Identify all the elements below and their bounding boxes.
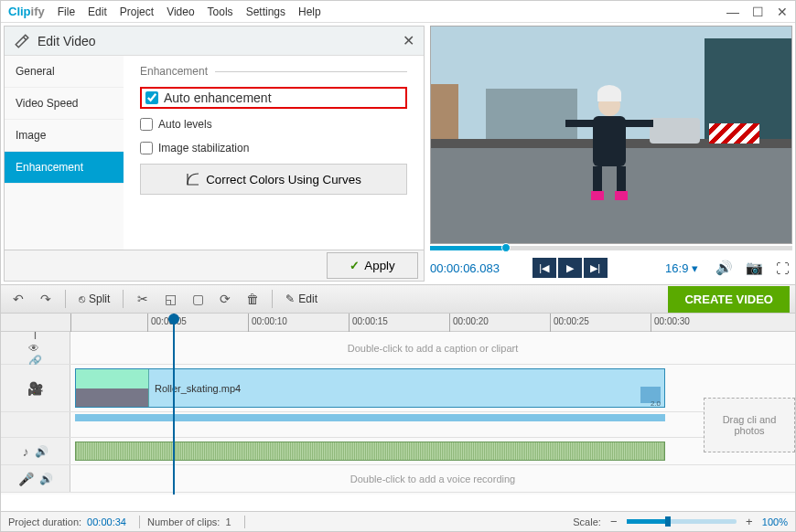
auto-levels-label: Auto levels (158, 118, 212, 131)
auto-enhancement-checkbox[interactable] (145, 91, 158, 104)
section-label: Enhancement (140, 65, 208, 78)
prev-frame-button[interactable]: |◀ (532, 258, 556, 278)
music-icon: ♪ (23, 444, 29, 459)
redo-button[interactable]: ↷ (34, 288, 58, 310)
auto-enhancement-label: Auto enhancement (164, 90, 272, 105)
mic-icon: 🎤 (18, 472, 34, 486)
clip-thumbnail (76, 369, 149, 407)
image-stabilization-label: Image stabilization (158, 142, 249, 154)
pencil-icon: ✎ (285, 293, 295, 305)
rotate-button[interactable]: ⟳ (213, 288, 237, 310)
audio-mute-icon[interactable]: 🔊 (35, 445, 48, 458)
tab-image[interactable]: Image (5, 120, 124, 152)
next-frame-button[interactable]: ▶| (584, 258, 608, 278)
check-icon: ✓ (350, 259, 360, 272)
tab-enhancement[interactable]: Enhancement (5, 152, 124, 184)
menu-settings[interactable]: Settings (246, 5, 285, 18)
menu-bar: Clipify File Edit Project Video Tools Se… (1, 1, 795, 23)
create-video-button[interactable]: CREATE VIDEO (668, 286, 790, 313)
aspect-ratio-selector[interactable]: 16:9 ▾ (665, 261, 698, 275)
menu-tools[interactable]: Tools (208, 5, 233, 18)
fullscreen-icon[interactable]: ⛶ (776, 261, 790, 276)
preview-pane: 00:00:06.083 |◀ ▶ ▶| 16:9 ▾ 🔊 📷 ⛶ (430, 26, 792, 282)
panel-tabs: General Video Speed Image Enhancement (5, 56, 124, 250)
delete-button[interactable]: 🗑 (241, 288, 264, 310)
video-icon: 🎥 (27, 381, 43, 396)
undo-button[interactable]: ↶ (6, 288, 30, 310)
panel-title: Edit Video (38, 34, 403, 48)
voice-track[interactable]: 🎤🔊 Double-click to add a voice recording (1, 465, 795, 493)
enhancement-content: Enhancement Auto enhancement Auto levels… (124, 56, 424, 250)
tab-general[interactable]: General (5, 56, 124, 88)
crop-button[interactable]: ◱ (158, 288, 182, 310)
video-clip[interactable]: Roller_skating.mp4 2.0 (75, 368, 665, 408)
correct-colors-button[interactable]: Correct Colors Using Curves (140, 164, 407, 195)
clips-label: Number of clips: (147, 516, 220, 527)
minimize-icon[interactable]: — (726, 5, 739, 19)
video-track[interactable]: 🎥 Roller_skating.mp4 2.0 Drag cli and ph… (1, 365, 795, 412)
zoom-in-button[interactable]: + (742, 515, 757, 528)
timecode: 00:00:06.083 (430, 261, 500, 275)
playhead[interactable] (173, 314, 175, 495)
scale-label: Scale: (573, 516, 601, 527)
menu-project[interactable]: Project (120, 5, 154, 18)
split-button[interactable]: ⎋Split (73, 293, 115, 305)
app-logo: Clipify (8, 5, 45, 18)
auto-enhancement-row[interactable]: Auto enhancement (140, 87, 407, 109)
menu-file[interactable]: File (58, 5, 75, 18)
clip-speed-label: 2.0 (651, 399, 661, 408)
caption-hint: Double-click to add a caption or clipart (348, 343, 518, 354)
cut-button[interactable]: ✂ (131, 288, 155, 310)
menu-edit[interactable]: Edit (88, 5, 107, 18)
zoom-value: 100% (762, 516, 788, 527)
voice-hint: Double-click to add a voice recording (350, 473, 515, 484)
edit-video-panel: Edit Video ✕ General Video Speed Image E… (4, 26, 425, 282)
image-stabilization-checkbox[interactable] (140, 142, 153, 154)
curves-icon (186, 172, 200, 186)
duration-label: Project duration: (8, 516, 81, 527)
snapshot-icon[interactable]: 📷 (746, 260, 763, 276)
edit-icon (14, 33, 30, 49)
zoom-slider[interactable] (627, 519, 737, 524)
audio-track[interactable]: ♪🔊 (1, 438, 795, 465)
image-stabilization-row[interactable]: Image stabilization (140, 140, 407, 156)
auto-levels-row[interactable]: Auto levels (140, 116, 407, 133)
video-preview[interactable] (430, 26, 792, 244)
status-bar: Project duration: 00:00:34 Number of cli… (1, 511, 795, 531)
maximize-icon[interactable]: ☐ (752, 5, 764, 19)
audio-waveform[interactable] (75, 442, 665, 461)
split-icon: ⎋ (79, 293, 85, 305)
transition-track[interactable] (1, 412, 795, 438)
tab-video-speed[interactable]: Video Speed (5, 88, 124, 120)
eye-icon[interactable]: 👁 (28, 342, 42, 355)
voice-mute-icon[interactable]: 🔊 (39, 473, 53, 485)
volume-icon[interactable]: 🔊 (715, 260, 733, 276)
edit-clip-button[interactable]: ✎Edit (280, 293, 323, 305)
play-button[interactable]: ▶ (558, 258, 582, 278)
menu-video[interactable]: Video (167, 5, 194, 18)
clip-name: Roller_skating.mp4 (155, 383, 241, 394)
menu-help[interactable]: Help (298, 5, 321, 18)
close-icon[interactable]: ✕ (777, 5, 788, 19)
apply-button[interactable]: ✓Apply (327, 252, 418, 279)
panel-close-icon[interactable]: ✕ (403, 32, 414, 49)
preview-progress[interactable] (430, 246, 792, 250)
duration-value: 00:00:34 (87, 516, 126, 527)
auto-levels-checkbox[interactable] (140, 118, 153, 131)
frame-button[interactable]: ▢ (186, 288, 210, 310)
timeline-toolbar: ↶ ↷ ⎋Split ✂ ◱ ▢ ⟳ 🗑 ✎Edit CREATE VIDEO (1, 284, 795, 314)
clips-value: 1 (225, 516, 231, 527)
caption-track[interactable]: T👁🔗 Double-click to add a caption or cli… (1, 332, 795, 365)
timeline: 00:00:05 00:00:10 00:00:15 00:00:20 00:0… (1, 314, 795, 495)
timeline-ruler[interactable]: 00:00:05 00:00:10 00:00:15 00:00:20 00:0… (1, 314, 795, 332)
zoom-out-button[interactable]: − (607, 515, 621, 528)
